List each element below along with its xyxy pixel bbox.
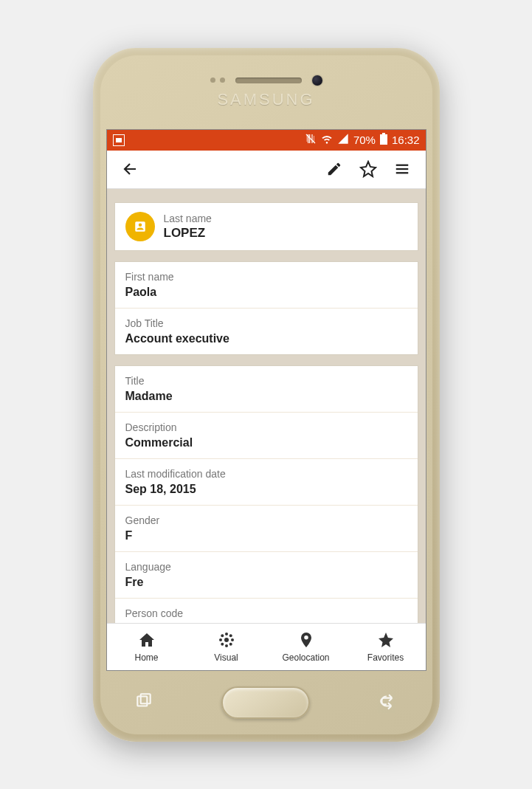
content-scroll[interactable]: Last name LOPEZ First name Paola Job Tit… <box>107 189 426 623</box>
svg-rect-0 <box>380 134 387 145</box>
screen: 70% 16:32 <box>106 129 426 671</box>
bottom-nav: Home Visual Geolocation <box>107 623 426 670</box>
title-value: Madame <box>125 390 407 403</box>
location-pin-icon <box>297 631 315 651</box>
recent-apps-key[interactable] <box>134 692 153 714</box>
nav-home-label: Home <box>134 652 158 663</box>
identity-card: Last name LOPEZ <box>114 202 418 251</box>
svg-point-7 <box>225 644 228 647</box>
vibrate-icon <box>305 133 317 147</box>
menu-button[interactable] <box>389 156 415 182</box>
title-label: Title <box>125 375 407 387</box>
status-bar: 70% 16:32 <box>107 130 426 151</box>
svg-rect-14 <box>137 696 147 706</box>
description-value: Commercial <box>125 436 407 449</box>
svg-rect-1 <box>382 133 385 134</box>
svg-point-10 <box>221 634 224 637</box>
gender-row[interactable]: Gender F <box>115 505 418 551</box>
nav-visual-label: Visual <box>214 652 238 663</box>
job-title-row[interactable]: Job Title Account executive <box>115 308 418 354</box>
signal-icon <box>337 133 349 147</box>
clock-time: 16:32 <box>392 134 420 146</box>
person-code-row[interactable]: Person code <box>115 598 418 623</box>
wifi-icon <box>321 133 333 147</box>
favorite-button[interactable] <box>355 156 381 182</box>
details-card: Title Madame Description Commercial Last… <box>114 365 418 623</box>
job-title-label: Job Title <box>125 317 407 329</box>
svg-point-6 <box>225 633 228 635</box>
brand-logo: SAMSUNG <box>217 90 314 109</box>
last-name-label: Last name <box>164 213 212 224</box>
phone-inner: SAMSUNG 70% <box>100 55 432 734</box>
home-icon <box>138 631 156 651</box>
last-mod-label: Last modification date <box>125 468 407 480</box>
phone-frame: SAMSUNG 70% <box>93 48 440 742</box>
first-name-value: Paola <box>125 286 407 299</box>
name-job-card: First name Paola Job Title Account execu… <box>114 261 418 355</box>
person-code-label: Person code <box>125 607 407 619</box>
image-notification-icon <box>113 134 125 146</box>
first-name-label: First name <box>125 271 407 283</box>
front-camera <box>312 75 322 86</box>
phone-top-bezel: SAMSUNG <box>100 55 432 129</box>
battery-icon <box>380 133 387 147</box>
job-title-value: Account executive <box>125 332 407 345</box>
contact-avatar-icon <box>125 212 155 241</box>
gender-label: Gender <box>125 514 407 526</box>
svg-rect-2 <box>395 165 408 166</box>
nav-favorites[interactable]: Favorites <box>346 624 426 670</box>
first-name-row[interactable]: First name Paola <box>115 262 418 308</box>
svg-rect-15 <box>140 694 150 703</box>
svg-point-12 <box>221 642 224 645</box>
last-mod-row[interactable]: Last modification date Sep 18, 2015 <box>115 458 418 505</box>
edit-button[interactable] <box>321 156 348 182</box>
svg-point-5 <box>224 638 229 642</box>
nav-fav-label: Favorites <box>367 652 404 663</box>
gender-value: F <box>125 529 407 542</box>
nav-geo-label: Geolocation <box>282 652 329 663</box>
hardware-back-key[interactable] <box>379 692 398 714</box>
svg-point-8 <box>219 638 222 641</box>
svg-point-13 <box>229 642 232 645</box>
back-button[interactable] <box>117 156 144 182</box>
phone-bottom-bezel <box>100 671 432 734</box>
app-bar <box>107 151 426 189</box>
language-label: Language <box>125 561 407 573</box>
svg-rect-3 <box>395 168 408 170</box>
star-icon <box>377 631 395 651</box>
last-name-row[interactable]: Last name LOPEZ <box>115 203 418 250</box>
nav-home[interactable]: Home <box>107 624 187 670</box>
proximity-sensors <box>210 77 225 83</box>
language-value: Fre <box>125 576 407 589</box>
svg-rect-4 <box>395 172 408 173</box>
title-row[interactable]: Title Madame <box>115 366 418 412</box>
nav-visual[interactable]: Visual <box>187 624 266 670</box>
visual-icon <box>218 631 235 651</box>
hardware-home-button[interactable] <box>221 686 310 719</box>
description-row[interactable]: Description Commercial <box>115 412 418 458</box>
nav-geolocation[interactable]: Geolocation <box>266 624 346 670</box>
svg-point-9 <box>231 638 234 641</box>
last-mod-value: Sep 18, 2015 <box>125 483 407 496</box>
description-label: Description <box>125 421 407 433</box>
battery-percent: 70% <box>353 134 376 146</box>
last-name-value: LOPEZ <box>164 226 212 241</box>
svg-point-11 <box>229 634 232 637</box>
language-row[interactable]: Language Fre <box>115 551 418 598</box>
earpiece-speaker <box>235 77 302 83</box>
